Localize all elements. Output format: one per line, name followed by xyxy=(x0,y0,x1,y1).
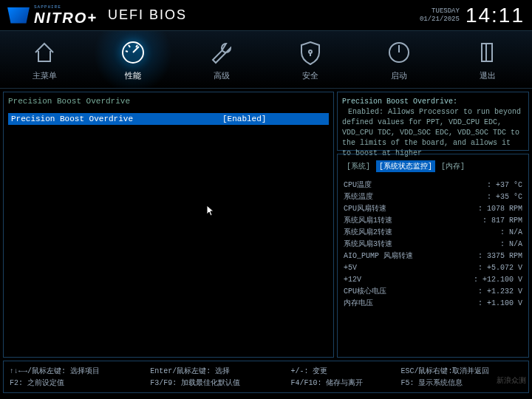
hint: F2: 之前设定值 xyxy=(10,378,141,388)
tab-shield[interactable]: 安全 xyxy=(266,31,355,88)
monitor-tabs: [系统][系统状态监控][内存] xyxy=(344,160,522,172)
monitor-key: 系统温度 xyxy=(344,191,487,203)
monitor-row: 系统风扇3转速: N/A xyxy=(344,239,522,250)
tab-label: 性能 xyxy=(125,70,141,81)
monitor-value: : 1078 RPM xyxy=(478,203,522,215)
monitor-value: : 3375 RPM xyxy=(478,250,522,262)
monitor-key: +12V xyxy=(344,274,474,286)
shield-icon xyxy=(296,38,325,67)
logo-badge-icon xyxy=(7,7,30,24)
tab-gauge[interactable]: 性能 xyxy=(89,31,177,88)
main-tabs: 主菜单性能高级安全启动退出 xyxy=(0,31,532,89)
tab-power[interactable]: 启动 xyxy=(355,31,443,88)
monitor-tab[interactable]: [内存] xyxy=(438,160,468,172)
section-title: Precision Boost Overdrive xyxy=(8,97,329,106)
key-help-footer: ↑↓←→/鼠标左键: 选择项目 Enter/鼠标左键: 选择 +/-: 变更 E… xyxy=(3,361,529,393)
monitor-value: : +1.232 V xyxy=(478,286,522,298)
monitor-row: 系统风扇2转速: N/A xyxy=(344,227,522,239)
header: SAPPHIRE NITRO+ UEFI BIOS TUESDAY 01/21/… xyxy=(0,0,532,31)
monitor-value: : 817 RPM xyxy=(482,215,522,227)
monitor-key: 内存电压 xyxy=(344,298,478,310)
tab-label: 安全 xyxy=(302,70,318,81)
time-label: 14:11 xyxy=(466,4,525,27)
monitor-row: 系统风扇1转速: 817 RPM xyxy=(344,215,522,227)
tab-label: 启动 xyxy=(391,70,407,81)
hint: F3/F9: 加载最佳化默认值 xyxy=(150,378,282,388)
gauge-icon xyxy=(118,38,148,67)
hint: F4/F10: 储存与离开 xyxy=(290,378,392,388)
monitor-value: : +12.100 V xyxy=(474,274,522,286)
monitor-key: AIO_PUMP 风扇转速 xyxy=(344,250,478,262)
home-icon xyxy=(30,38,59,67)
svg-point-1 xyxy=(309,50,312,53)
monitor-value: : +5.072 V xyxy=(478,262,522,274)
monitor-value: : +1.100 V xyxy=(478,298,522,310)
monitor-key: CPU核心电压 xyxy=(344,286,478,298)
monitor-panel: [系统][系统状态监控][内存] CPU温度: +37 °C系统温度: +35 … xyxy=(337,154,529,358)
setting-row[interactable]: Precision Boost Overdrive[Enabled] xyxy=(8,113,329,125)
monitor-row: AIO_PUMP 风扇转速: 3375 RPM xyxy=(344,250,522,262)
monitor-row: +12V: +12.100 V xyxy=(344,274,522,286)
datetime: TUESDAY 01/21/2025 14:11 xyxy=(420,4,525,27)
monitor-row: 系统温度: +35 °C xyxy=(344,191,522,203)
watermark: 新浪众测 xyxy=(497,375,526,386)
settings-panel: Precision Boost Overdrive Precision Boos… xyxy=(3,92,334,358)
help-panel: Precision Boost Overdrive: Enabled: Allo… xyxy=(337,92,529,151)
monitor-row: CPU核心电压: +1.232 V xyxy=(344,286,522,298)
brand-sub: SAPPHIRE xyxy=(34,4,98,10)
setting-value: [Enabled] xyxy=(222,115,326,123)
tab-exit[interactable]: 退出 xyxy=(443,31,532,88)
tab-home[interactable]: 主菜单 xyxy=(0,31,89,88)
day-label: TUESDAY xyxy=(420,7,460,16)
wrench-icon xyxy=(207,38,236,67)
brand-logo: SAPPHIRE NITRO+ xyxy=(7,4,98,27)
monitor-tab[interactable]: [系统状态监控] xyxy=(376,160,435,172)
monitor-row: CPU风扇转速: 1078 RPM xyxy=(344,203,522,215)
setting-label: Precision Boost Overdrive xyxy=(11,115,222,123)
exit-icon xyxy=(473,38,502,67)
tab-label: 退出 xyxy=(480,70,496,81)
monitor-row: 内存电压: +1.100 V xyxy=(344,298,522,310)
tab-label: 主菜单 xyxy=(33,70,57,81)
hint: +/-: 变更 xyxy=(290,366,392,376)
monitor-row: +5V: +5.072 V xyxy=(344,262,522,274)
monitor-key: CPU温度 xyxy=(344,180,487,191)
monitor-row: CPU温度: +37 °C xyxy=(344,180,522,191)
monitor-key: CPU风扇转速 xyxy=(344,203,478,215)
monitor-key: 系统风扇1转速 xyxy=(344,215,482,227)
monitor-value: : +37 °C xyxy=(487,180,522,191)
hint: ESC/鼠标右键:取消并返回 xyxy=(400,366,522,376)
monitor-value: : N/A xyxy=(500,227,522,239)
date-label: 01/21/2025 xyxy=(420,16,460,24)
hint: ↑↓←→/鼠标左键: 选择项目 xyxy=(10,366,141,376)
hint: Enter/鼠标左键: 选择 xyxy=(150,366,282,376)
bios-title: UEFI BIOS xyxy=(108,7,187,23)
tab-label: 高级 xyxy=(214,70,230,81)
monitor-tab[interactable]: [系统] xyxy=(344,160,373,172)
help-body: Enabled: Allows Processor to run beyond … xyxy=(342,107,524,159)
monitor-key: +5V xyxy=(344,262,478,274)
tab-wrench[interactable]: 高级 xyxy=(177,31,266,88)
help-title: Precision Boost Overdrive: xyxy=(342,97,524,107)
power-icon xyxy=(384,38,414,67)
monitor-key: 系统风扇2转速 xyxy=(344,227,500,239)
monitor-value: : N/A xyxy=(500,239,522,250)
brand-name: NITRO+ xyxy=(34,10,98,27)
monitor-value: : +35 °C xyxy=(487,191,522,203)
monitor-key: 系统风扇3转速 xyxy=(344,239,500,250)
